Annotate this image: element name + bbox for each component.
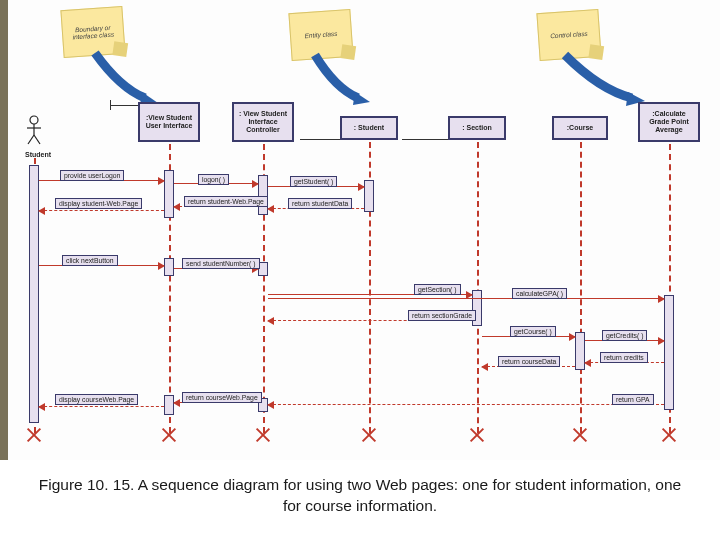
destroy-icon — [256, 428, 270, 442]
activation-l6a — [664, 295, 674, 410]
sticky-label: Entity class — [304, 30, 337, 39]
lifeline-label: :Course — [567, 124, 593, 132]
msg-label: getStudent( ) — [290, 176, 337, 187]
lifeline-calculate-gpa: :Calculate Grade Point Average — [638, 102, 700, 142]
lifeline-label: : Student — [354, 124, 384, 132]
svg-line-6 — [28, 135, 34, 144]
svg-line-7 — [34, 135, 40, 144]
stick-figure-icon — [25, 115, 43, 145]
msg-label: return credits — [600, 352, 648, 363]
lifeline-label: : View Student Interface Controller — [236, 110, 290, 133]
arrow-entity-icon — [310, 50, 380, 108]
svg-point-3 — [30, 116, 38, 124]
msg-return-gpa — [268, 404, 664, 405]
msg-label: getSection( ) — [414, 284, 461, 295]
lifeline-dash-4 — [477, 142, 479, 433]
activation-l3a — [364, 180, 374, 212]
activation-l1b — [164, 258, 174, 276]
msg-label: click nextButton — [62, 255, 118, 266]
msg-label: getCredits( ) — [602, 330, 647, 341]
msg-label: return student-Web.Page — [184, 196, 268, 207]
msg-label: return GPA — [612, 394, 654, 405]
lifeline-dash-5 — [580, 142, 582, 433]
activation-actor — [29, 165, 39, 423]
destroy-icon — [573, 428, 587, 442]
msg-label: send studentNumber( ) — [182, 258, 260, 269]
msg-label: display student-Web.Page — [55, 198, 142, 209]
msg-label: return sectionGrade — [408, 310, 476, 321]
arrow-boundary-icon — [90, 48, 170, 108]
msg-label: logon( ) — [198, 174, 229, 185]
actor-student: Student — [25, 115, 51, 158]
svg-marker-1 — [353, 92, 370, 105]
msg-label: return courseWeb.Page — [182, 392, 262, 403]
msg-label: calculateGPA( ) — [512, 288, 567, 299]
lifeline-view-student-controller: : View Student Interface Controller — [232, 102, 294, 142]
left-accent-bar — [0, 0, 8, 460]
destroy-icon — [27, 428, 41, 442]
lifeline-view-student-ui: :View Student User Interface — [138, 102, 200, 142]
lifeline-section: : Section — [448, 116, 506, 140]
lifeline-label: :Calculate Grade Point Average — [642, 110, 696, 133]
lifeline-label: :View Student User Interface — [142, 114, 196, 129]
lifeline-course: :Course — [552, 116, 608, 140]
destroy-icon — [470, 428, 484, 442]
destroy-icon — [662, 428, 676, 442]
msg-label: display courseWeb.Page — [55, 394, 138, 405]
lifeline-student: : Student — [340, 116, 398, 140]
sequence-diagram: Boundary or interface class Entity class… — [0, 0, 720, 460]
figure-caption: Figure 10. 15. A sequence diagram for us… — [0, 475, 720, 517]
sticky-label: Control class — [550, 30, 588, 40]
lifeline-label: : Section — [462, 124, 492, 132]
msg-display-course-webpage — [39, 406, 164, 407]
arrow-control-icon — [560, 50, 650, 108]
msg-display-student-webpage — [39, 210, 164, 211]
msg-label: return courseData — [498, 356, 560, 367]
destroy-icon — [162, 428, 176, 442]
msg-calculategpa — [268, 298, 664, 299]
msg-label: provide userLogon — [60, 170, 124, 181]
actor-label: Student — [25, 151, 51, 158]
msg-label: return studentData — [288, 198, 352, 209]
sticky-label: Boundary or interface class — [66, 23, 121, 41]
msg-label: getCourse( ) — [510, 326, 556, 337]
destroy-icon — [362, 428, 376, 442]
